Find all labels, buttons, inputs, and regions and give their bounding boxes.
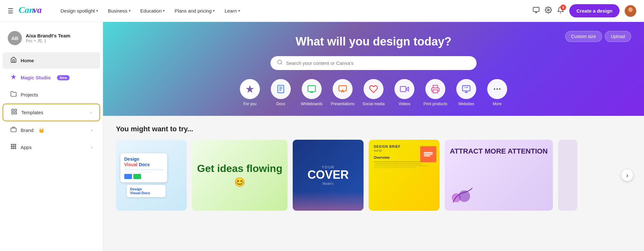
svg-rect-8: [12, 109, 14, 111]
social-media-icon-circle: [364, 79, 384, 99]
upload-button[interactable]: Upload: [605, 31, 631, 42]
svg-point-20: [13, 148, 14, 149]
notification-count-badge: 6: [560, 5, 566, 10]
social-media-label: Social media: [363, 102, 385, 106]
svg-rect-27: [400, 86, 406, 92]
create-design-button[interactable]: Create a design: [569, 4, 620, 17]
main-content: Custom size Upload What will you design …: [103, 22, 644, 251]
svg-rect-9: [15, 109, 17, 111]
home-icon: [10, 56, 17, 65]
svg-point-18: [15, 146, 16, 147]
svg-rect-2: [533, 7, 539, 12]
card-ideas[interactable]: Get ideas flowing 😊: [192, 140, 288, 211]
chevron-down-icon: ▾: [213, 9, 215, 13]
chevron-down-icon: ▾: [238, 9, 240, 13]
svg-point-32: [499, 88, 501, 90]
sidebar-item-projects[interactable]: Projects: [3, 86, 100, 103]
svg-point-14: [13, 144, 14, 145]
videos-label: Videos: [399, 102, 410, 106]
search-input[interactable]: [286, 60, 470, 66]
ideas-card-text: Get ideas flowing: [197, 163, 282, 174]
sidebar-user-name: Aixa Brandt's Team: [26, 33, 70, 38]
sidebar-home-label: Home: [21, 58, 34, 63]
hero-title: What will you design today?: [122, 35, 625, 48]
chevron-right-icon: ›: [90, 110, 92, 115]
chevron-right-icon: ›: [91, 128, 92, 133]
chevron-down-icon: ▾: [129, 9, 131, 13]
docs-label: Docs: [276, 102, 285, 106]
sidebar-item-templates[interactable]: Templates ›: [3, 104, 99, 121]
card-partial: [558, 140, 577, 211]
svg-point-34: [459, 190, 470, 202]
nav-learn[interactable]: Learn ▾: [221, 5, 244, 16]
search-icon: [277, 59, 283, 67]
svg-point-30: [494, 88, 496, 90]
svg-point-15: [15, 144, 16, 145]
nav-links: Design spotlight ▾ Business ▾ Education …: [57, 5, 533, 16]
category-social-media[interactable]: Social media: [361, 79, 386, 106]
category-presentations[interactable]: Presentations: [330, 79, 355, 106]
category-docs[interactable]: Docs: [268, 79, 294, 106]
card-cover[interactable]: YOUR COVER Model's: [293, 140, 364, 211]
sidebar-item-brand[interactable]: Brand 👑 ›: [3, 122, 100, 138]
templates-icon: [11, 108, 17, 116]
presentations-label: Presentations: [331, 102, 354, 106]
brand-icon: [10, 126, 17, 134]
card-design-brief[interactable]: DESIGN BRIEF Vol 02 Overview: [369, 140, 440, 211]
category-print-products[interactable]: Print products: [422, 79, 448, 106]
category-websites[interactable]: Websites: [453, 79, 479, 106]
crown-icon: 👑: [39, 128, 44, 133]
svg-marker-26: [406, 87, 409, 91]
chevron-down-icon: ▾: [96, 9, 98, 13]
new-badge: New: [57, 75, 70, 80]
svg-rect-24: [308, 86, 315, 92]
svg-point-19: [11, 148, 12, 149]
svg-point-21: [15, 148, 16, 149]
whiteboards-label: Whiteboards: [301, 102, 322, 106]
sidebar-item-apps[interactable]: Apps ›: [3, 139, 100, 156]
custom-size-button[interactable]: Custom size: [565, 31, 602, 42]
svg-point-31: [497, 88, 498, 90]
category-whiteboards[interactable]: Whiteboards: [299, 79, 325, 106]
cards-row: DesignVisual Docs DesignVisual Docs: [116, 140, 631, 211]
svg-point-16: [11, 146, 12, 147]
search-bar: [270, 56, 477, 70]
more-icon-circle: [487, 79, 507, 99]
chevron-right-icon: ›: [91, 145, 92, 150]
svg-rect-12: [11, 128, 16, 132]
hamburger-menu-icon[interactable]: ☰: [8, 7, 14, 15]
canva-logo-svg: Can va: [19, 5, 48, 15]
sidebar-brand-label: Brand: [21, 127, 33, 133]
category-row: For you Docs Whiteboards: [122, 79, 625, 106]
card-attract[interactable]: ATTRACT MORE ATTENTION: [445, 140, 553, 211]
print-products-label: Print products: [423, 102, 447, 106]
sidebar-item-magic-studio[interactable]: Magic Studio New: [3, 69, 100, 86]
monitor-icon[interactable]: [533, 6, 540, 15]
sidebar-user-meta: Pro • 1: [26, 38, 70, 43]
top-navigation: ☰ Can va Design spotlight ▾ Business ▾ E…: [0, 0, 644, 22]
nav-business[interactable]: Business ▾: [104, 5, 135, 16]
sidebar-projects-label: Projects: [21, 92, 38, 97]
more-label: More: [493, 102, 501, 106]
svg-point-7: [39, 39, 40, 41]
svg-rect-10: [15, 112, 17, 114]
settings-icon[interactable]: [545, 6, 552, 15]
main-layout: AB Aixa Brandt's Team Pro • 1 Home: [0, 22, 644, 251]
category-videos[interactable]: Videos: [392, 79, 417, 106]
for-you-label: For you: [243, 102, 257, 106]
sidebar-item-home[interactable]: Home: [3, 52, 100, 69]
nav-design-spotlight[interactable]: Design spotlight ▾: [57, 5, 102, 16]
nav-education[interactable]: Education ▾: [137, 5, 169, 16]
notifications-icon[interactable]: 6: [557, 6, 564, 15]
avatar[interactable]: [625, 5, 636, 17]
whiteboards-icon-circle: [302, 79, 322, 99]
category-for-you[interactable]: For you: [237, 79, 263, 106]
card-visual-docs[interactable]: DesignVisual Docs DesignVisual Docs: [116, 140, 187, 211]
sidebar-apps-label: Apps: [21, 145, 32, 150]
cards-wrapper: DesignVisual Docs DesignVisual Docs: [116, 140, 631, 211]
category-more[interactable]: More: [484, 79, 510, 106]
nav-plans-pricing[interactable]: Plans and pricing ▾: [171, 5, 219, 16]
svg-point-3: [548, 9, 550, 11]
canva-logo[interactable]: Can va: [19, 5, 48, 17]
scroll-right-arrow[interactable]: ›: [621, 169, 633, 181]
